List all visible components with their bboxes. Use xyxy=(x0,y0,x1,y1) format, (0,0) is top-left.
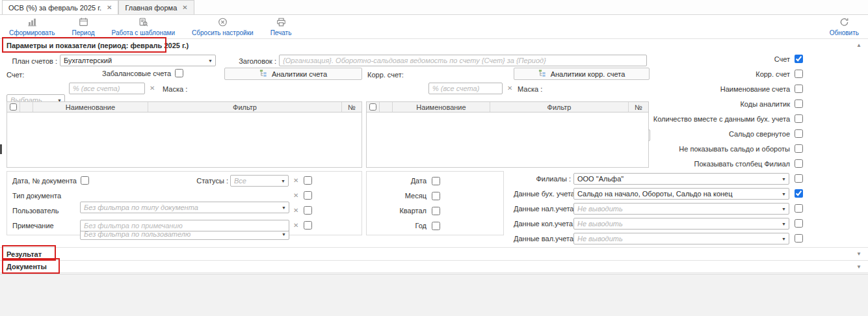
clear-note-icon[interactable]: ✕ xyxy=(293,222,298,229)
option-label: Количество вместе с данными бух. учета xyxy=(653,115,790,123)
expand-down-icon[interactable]: ▼ xyxy=(856,264,861,270)
tab-close-icon[interactable]: ✕ xyxy=(107,5,112,11)
branches-checkbox[interactable] xyxy=(795,174,803,183)
doc-type-placeholder: Без фильтра по типу документа xyxy=(84,204,198,211)
quantity-data-checkbox[interactable] xyxy=(795,219,803,228)
params-section-title: Параметры и показатели (период: февраль … xyxy=(7,42,189,49)
option-account-checkbox[interactable] xyxy=(795,55,803,63)
branches-row: Филиалы : ООО "Альфа" ▼ xyxy=(514,171,805,186)
clear-account-icon[interactable]: ✕ xyxy=(150,85,155,92)
statuses-select[interactable]: Все ▼ xyxy=(230,175,289,187)
template-search-icon xyxy=(138,17,149,29)
grouping-quarter-checkbox[interactable] xyxy=(432,207,440,215)
chart-of-accounts-select[interactable]: Бухгалтерский ▼ xyxy=(60,55,216,66)
option-label: Коды аналитик xyxy=(740,100,790,108)
clear-user-icon[interactable]: ✕ xyxy=(293,207,298,214)
option-branch-column-checkbox[interactable] xyxy=(795,159,803,168)
option-branch-column: Показывать столбец Филиал xyxy=(644,156,803,171)
offbalance-label: Забалансовые счета xyxy=(102,70,171,77)
quantity-data-select[interactable]: Не выводить ▼ xyxy=(573,218,789,230)
corr-mask-input[interactable] xyxy=(428,83,503,94)
account-mask-input[interactable] xyxy=(69,83,145,94)
column-name[interactable]: Наименование xyxy=(393,102,490,112)
documents-section-header[interactable]: Документы ▼ xyxy=(0,260,868,273)
corr-analytics-button[interactable]: Аналитики корр. счета xyxy=(514,68,650,80)
grouping-year-checkbox[interactable] xyxy=(432,222,440,230)
refresh-button[interactable]: Обновить xyxy=(830,17,859,36)
tax-data-checkbox[interactable] xyxy=(795,204,803,213)
select-all-checkbox[interactable] xyxy=(10,103,17,111)
title-input[interactable] xyxy=(279,55,647,66)
tab-close-icon[interactable]: ✕ xyxy=(182,5,187,11)
tab-main-form[interactable]: Главная форма ✕ xyxy=(118,0,194,14)
user-checkbox[interactable] xyxy=(304,206,312,215)
date-num-label: Дата, № документа xyxy=(12,177,77,185)
note-input[interactable] xyxy=(80,220,289,231)
collapse-up-icon[interactable]: ▲ xyxy=(856,42,861,48)
option-analytics-codes-checkbox[interactable] xyxy=(795,99,803,108)
clear-doc-type-icon[interactable]: ✕ xyxy=(293,192,298,199)
note-checkbox[interactable] xyxy=(304,221,312,230)
offbalance-group: Забалансовые счета xyxy=(102,69,183,77)
corr-account-label: Корр. счет: xyxy=(367,71,404,79)
chevron-down-icon: ▼ xyxy=(782,191,786,196)
currency-data-select[interactable]: Не выводить ▼ xyxy=(573,233,789,244)
account-analytics-button[interactable]: Аналитики счета xyxy=(224,68,362,80)
generate-button[interactable]: Сформировать xyxy=(9,17,55,36)
column-filter[interactable]: Фильтр xyxy=(148,102,342,112)
statuses-checkbox[interactable] xyxy=(304,176,312,185)
offbalance-checkbox[interactable] xyxy=(175,69,183,77)
accounting-data-checkbox[interactable] xyxy=(795,189,803,198)
clear-corr-icon[interactable]: ✕ xyxy=(507,85,512,92)
templates-button[interactable]: Работа с шаблонами xyxy=(112,17,175,36)
tax-data-select[interactable]: Не выводить ▼ xyxy=(573,203,789,215)
expand-down-icon[interactable]: ▼ xyxy=(856,251,861,257)
date-num-checkbox[interactable] xyxy=(81,176,89,185)
grouping-month-checkbox[interactable] xyxy=(432,192,440,200)
clear-statuses-icon[interactable]: ✕ xyxy=(293,178,298,184)
grouping-label: Год xyxy=(367,222,427,230)
doc-type-checkbox[interactable] xyxy=(304,191,312,200)
tax-data-label: Данные нал.учета xyxy=(514,205,571,213)
params-section-header[interactable]: Параметры и показатели (период: февраль … xyxy=(0,38,868,51)
result-section-header[interactable]: Результат ▼ xyxy=(0,247,868,260)
reset-circle-x-icon xyxy=(217,17,228,29)
select-all-checkbox[interactable] xyxy=(369,103,376,111)
column-filter[interactable]: Фильтр xyxy=(490,102,629,112)
printer-icon xyxy=(276,17,287,29)
grouping-month: Месяц xyxy=(367,190,440,202)
statuses-value: Все xyxy=(234,177,246,185)
grouping-date-checkbox[interactable] xyxy=(432,177,440,185)
chevron-down-icon: ▼ xyxy=(782,236,786,241)
option-collapsed-balance-checkbox[interactable] xyxy=(795,129,803,138)
tab-main-label: Главная форма xyxy=(125,4,177,12)
reset-settings-button[interactable]: Сбросить настройки xyxy=(192,17,254,36)
option-quantity-checkbox[interactable] xyxy=(795,114,803,123)
generate-label: Сформировать xyxy=(9,29,55,36)
tax-data-value: Не выводить xyxy=(577,205,623,213)
option-account: Счет xyxy=(644,51,803,66)
option-corr-account-checkbox[interactable] xyxy=(795,70,803,78)
option-label: Не показывать сальдо и обороты xyxy=(679,145,790,153)
option-account-name-checkbox[interactable] xyxy=(795,85,803,93)
period-grouping-box: Дата Месяц Квартал Год xyxy=(366,171,504,235)
tab-osv-report[interactable]: ОСВ (%) за февраль 2025 г. ✕ xyxy=(2,0,118,14)
doc-type-select[interactable]: Без фильтра по типу документа ▼ xyxy=(80,202,289,213)
table-header-spacer xyxy=(20,102,33,112)
print-button[interactable]: Печать xyxy=(270,17,292,36)
currency-data-checkbox[interactable] xyxy=(795,234,803,243)
chevron-down-icon: ▼ xyxy=(281,179,285,183)
account-analytics-label: Аналитики счета xyxy=(272,70,327,78)
chevron-down-icon: ▼ xyxy=(208,59,213,63)
doc-type-label: Тип документа xyxy=(12,192,61,200)
option-label: Сальдо свернутое xyxy=(729,130,790,138)
tab-osv-label: ОСВ (%) за февраль 2025 г. xyxy=(8,4,101,12)
currency-data-row: Данные вал.учета Не выводить ▼ xyxy=(514,231,805,246)
option-corr-account: Корр. счет xyxy=(644,66,803,81)
accounting-data-select[interactable]: Сальдо на начало, Обороты, Сальдо на кон… xyxy=(573,188,789,200)
period-button[interactable]: Период xyxy=(72,17,95,36)
column-num[interactable]: № xyxy=(342,102,362,112)
branches-select[interactable]: ООО "Альфа" ▼ xyxy=(573,173,789,185)
column-name[interactable]: Наименование xyxy=(33,102,148,112)
option-hide-balance-checkbox[interactable] xyxy=(795,144,803,153)
